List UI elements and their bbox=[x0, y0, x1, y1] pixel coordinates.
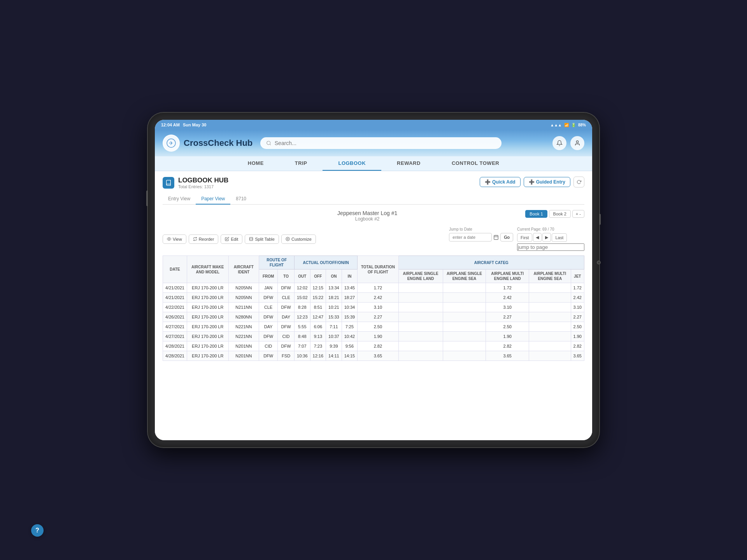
logbook-header: LOGBOOK HUB Total Entries: 1317 ➕ Quick … bbox=[163, 177, 584, 189]
table-cell: 2.27 bbox=[486, 312, 529, 322]
customize-button[interactable]: Customize bbox=[281, 234, 316, 244]
table-cell: FSD bbox=[278, 351, 295, 361]
table-cell: 7:11 bbox=[326, 322, 342, 332]
table-row: 4/21/2021ERJ 170-200 LRN205NNDFWCLE15:02… bbox=[163, 293, 584, 303]
nav-home[interactable]: HOME bbox=[232, 156, 279, 171]
nav-reward[interactable]: REWARD bbox=[381, 156, 436, 171]
gear-icon bbox=[286, 237, 290, 241]
page-input[interactable] bbox=[517, 243, 584, 251]
tab-8710[interactable]: 8710 bbox=[230, 194, 252, 205]
nav-logbook[interactable]: LOGBOOK bbox=[323, 156, 381, 171]
table-cell: 12:16 bbox=[310, 351, 326, 361]
log-center-title: Jeppesen Master Log #1 Logbook #2 bbox=[209, 210, 525, 222]
th-route-header: ROUTE OF FLIGHT bbox=[259, 256, 295, 270]
tabs-row: Entry View Paper View 8710 bbox=[163, 194, 584, 205]
battery-percent: 88% bbox=[578, 123, 586, 127]
table-cell: 2.82 bbox=[571, 341, 584, 351]
reorder-button[interactable]: Reorder bbox=[189, 234, 219, 244]
table-cell bbox=[398, 332, 443, 341]
last-page-button[interactable]: Last bbox=[552, 233, 567, 242]
guided-entry-button[interactable]: ➕ Guided Entry bbox=[524, 177, 570, 187]
table-cell: ERJ 170-200 LR bbox=[187, 303, 228, 312]
table-cell: 8:48 bbox=[295, 332, 310, 341]
date-input[interactable] bbox=[449, 233, 492, 242]
search-bar[interactable] bbox=[260, 137, 502, 149]
th-off: OFF bbox=[310, 270, 326, 283]
table-cell: DFW bbox=[278, 322, 295, 332]
table-cell: DFW bbox=[278, 283, 295, 293]
notification-button[interactable] bbox=[552, 136, 566, 150]
table-cell: N221NN bbox=[228, 332, 259, 341]
page-content: LOGBOOK HUB Total Entries: 1317 ➕ Quick … bbox=[155, 171, 592, 440]
next-page-button[interactable]: ▶ bbox=[542, 233, 551, 242]
settings-button[interactable] bbox=[573, 177, 584, 187]
user-avatar[interactable] bbox=[570, 136, 584, 150]
logbook-title-area: LOGBOOK HUB Total Entries: 1317 bbox=[163, 177, 228, 189]
app-name: CrossCheck Hub bbox=[184, 138, 253, 148]
battery-icon: 🔋 bbox=[571, 123, 576, 127]
table-cell: 14:15 bbox=[342, 351, 358, 361]
th-on: ON bbox=[326, 270, 342, 283]
logo-icon: ✈ bbox=[163, 135, 180, 152]
tab-entry-view[interactable]: Entry View bbox=[163, 194, 196, 205]
table-cell: ERJ 170-200 LR bbox=[187, 332, 228, 341]
table-cell: 10:36 bbox=[295, 351, 310, 361]
search-input[interactable] bbox=[275, 140, 496, 146]
table-cell: 7:07 bbox=[295, 341, 310, 351]
table-row: 4/28/2021ERJ 170-200 LRN201NNCIDDFW7:077… bbox=[163, 341, 584, 351]
toolbar-right: Jump to Date Go Current Page: 69 / 70 Fi… bbox=[449, 227, 584, 251]
logbook-title: LOGBOOK HUB bbox=[178, 177, 228, 184]
go-button[interactable]: Go bbox=[500, 233, 513, 242]
book-2-button[interactable]: Book 2 bbox=[549, 210, 571, 218]
table-cell bbox=[529, 293, 571, 303]
table-cell: 10:21 bbox=[326, 303, 342, 312]
table-cell: 4/21/2021 bbox=[163, 283, 187, 293]
table-cell: 3.10 bbox=[358, 303, 398, 312]
wifi-icon: 📶 bbox=[564, 123, 569, 127]
split-table-button[interactable]: Split Table bbox=[245, 234, 279, 244]
current-page-label: Current Page: 69 / 70 bbox=[517, 227, 584, 231]
table-cell: 8:51 bbox=[310, 303, 326, 312]
nav-trip[interactable]: TRIP bbox=[279, 156, 323, 171]
table-cell: 9:39 bbox=[326, 341, 342, 351]
table-cell bbox=[398, 312, 443, 322]
th-make-model: AIRCRAFT MAKE AND MODEL bbox=[187, 256, 228, 283]
prev-page-button[interactable]: ◀ bbox=[533, 233, 542, 242]
table-cell: 3.10 bbox=[571, 303, 584, 312]
edit-button[interactable]: Edit bbox=[221, 234, 242, 244]
table-cell: JAN bbox=[259, 283, 278, 293]
toolbar-left: View Reorder Edit Split Table bbox=[163, 234, 316, 244]
table-cell bbox=[443, 293, 486, 303]
table-cell: ERJ 170-200 LR bbox=[187, 293, 228, 303]
table-cell: 15:33 bbox=[326, 312, 342, 322]
table-cell: 3.65 bbox=[571, 351, 584, 361]
table-cell bbox=[443, 341, 486, 351]
nav-control-tower[interactable]: CONTROL TOWER bbox=[436, 156, 515, 171]
table-cell: 2.42 bbox=[486, 293, 529, 303]
add-book-button[interactable]: + - bbox=[572, 210, 584, 218]
quick-add-button[interactable]: ➕ Quick Add bbox=[480, 177, 521, 187]
table-cell: 4/21/2021 bbox=[163, 293, 187, 303]
log-title-section: Jeppesen Master Log #1 Logbook #2 Book 1… bbox=[163, 210, 584, 222]
table-cell: DFW bbox=[278, 341, 295, 351]
th-mes: AIRPLANE MULTI ENGINE SEA bbox=[529, 270, 571, 283]
table-cell: DFW bbox=[259, 312, 278, 322]
table-row: 4/26/2021ERJ 170-200 LRN280NNDFWDAY12:23… bbox=[163, 312, 584, 322]
table-cell: 3.65 bbox=[486, 351, 529, 361]
log-sub-title: Logbook #2 bbox=[209, 216, 525, 222]
tab-paper-view[interactable]: Paper View bbox=[196, 194, 230, 205]
book-1-button[interactable]: Book 1 bbox=[525, 210, 547, 218]
th-actual-header: ACTUAL OUT/OFF/ON/IN bbox=[295, 256, 358, 270]
table-cell: N205NN bbox=[228, 283, 259, 293]
table-cell bbox=[443, 312, 486, 322]
signal-icon: ▲▲▲ bbox=[550, 123, 562, 127]
view-button[interactable]: View bbox=[163, 234, 186, 244]
table-cell: DFW bbox=[259, 293, 278, 303]
first-page-button[interactable]: First bbox=[517, 233, 532, 242]
table-body: 4/21/2021ERJ 170-200 LRN205NNJANDFW12:02… bbox=[163, 283, 584, 361]
table-cell: 1.90 bbox=[358, 332, 398, 341]
table-cell: ERJ 170-200 LR bbox=[187, 312, 228, 322]
table-cell: 2.82 bbox=[486, 341, 529, 351]
calendar-icon[interactable] bbox=[493, 234, 499, 240]
table-cell: 13:34 bbox=[326, 283, 342, 293]
